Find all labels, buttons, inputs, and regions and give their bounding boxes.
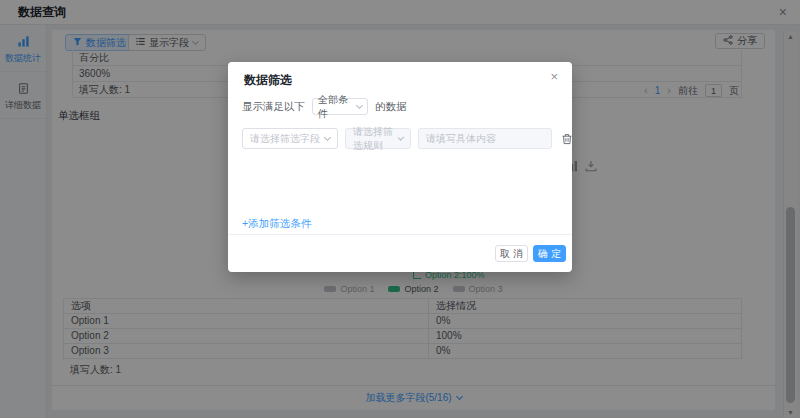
chevron-down-icon xyxy=(356,101,363,108)
chevron-down-icon xyxy=(398,134,404,140)
add-filter-condition-link[interactable]: +添加筛选条件 xyxy=(242,217,311,231)
filter-value-input[interactable] xyxy=(418,128,552,149)
filter-field-placeholder: 请选择筛选字段 xyxy=(250,132,320,146)
filter-condition-row: 请选择筛选字段 请选择筛选规则 xyxy=(242,128,573,149)
chevron-down-icon xyxy=(324,133,331,140)
trash-icon[interactable] xyxy=(561,133,573,145)
condition-mode-select[interactable]: 全部条件 xyxy=(312,98,368,115)
modal-footer: 取 消 确 定 xyxy=(228,234,572,272)
modal-title: 数据筛选 xyxy=(244,72,292,89)
cancel-button[interactable]: 取 消 xyxy=(495,245,528,262)
confirm-button[interactable]: 确 定 xyxy=(533,245,566,262)
filter-rule-placeholder: 请选择筛选规则 xyxy=(353,125,399,153)
condition-prefix-label: 显示满足以下 xyxy=(242,100,305,114)
condition-suffix-label: 的数据 xyxy=(375,100,407,114)
data-query-screen: 数据查询 × 数据统计 详细数据 xyxy=(0,0,800,418)
close-icon[interactable]: × xyxy=(550,69,558,84)
data-filter-modal: 数据筛选 × 显示满足以下 全部条件 的数据 请选择筛选字段 请选择筛选规则 xyxy=(228,62,572,272)
condition-mode-value: 全部条件 xyxy=(318,93,357,121)
condition-row: 显示满足以下 全部条件 的数据 xyxy=(242,98,407,115)
filter-rule-select[interactable]: 请选择筛选规则 xyxy=(345,128,411,149)
filter-field-select[interactable]: 请选择筛选字段 xyxy=(242,128,338,149)
